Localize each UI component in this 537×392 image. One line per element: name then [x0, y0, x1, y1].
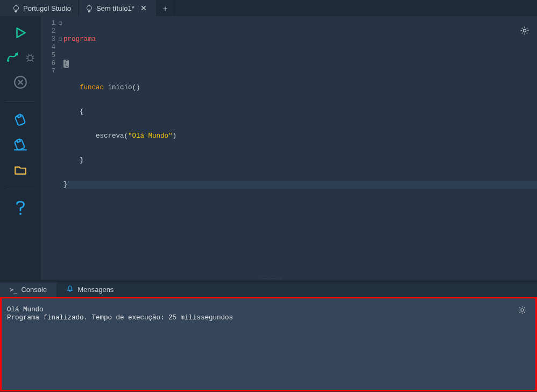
line-number: 6 [41, 60, 57, 68]
terminal-icon: >_ [10, 286, 17, 294]
svg-rect-4 [17, 115, 21, 118]
line-number: 7 [41, 68, 57, 76]
bug-icon[interactable] [24, 49, 36, 66]
workspace: 1 2 3 4 5 6 7 ⊟ ⊟ programa { funcao inic… [0, 16, 537, 280]
tab-file[interactable]: Sem título1* ✕ [79, 0, 157, 16]
parens: () [132, 84, 140, 91]
close-icon[interactable]: ✕ [139, 4, 149, 12]
svg-rect-6 [17, 139, 20, 142]
debug-step-button[interactable] [5, 49, 21, 66]
save-as-button[interactable] [12, 137, 29, 153]
console-output[interactable]: Olá Mundo Programa finalizado. Tempo de … [2, 298, 535, 390]
save-button[interactable] [12, 112, 29, 129]
tab-home[interactable]: Portugol Studio [0, 0, 79, 16]
editor-settings-button[interactable] [517, 23, 533, 39]
paren: ( [124, 132, 129, 140]
brace: } [63, 156, 84, 164]
tab-console[interactable]: >_ Console [0, 282, 56, 297]
console-line: Programa finalizado. Tempo de execução: … [7, 314, 530, 322]
tab-bar: Portugol Studio Sem título1* ✕ + [0, 0, 537, 16]
line-number: 1 [41, 19, 57, 27]
brace: } [63, 181, 68, 188]
tab-home-label: Portugol Studio [23, 4, 71, 12]
sidebar [0, 16, 41, 280]
svg-point-1 [28, 55, 32, 61]
keyword: programa [63, 35, 96, 43]
line-number: 5 [41, 52, 57, 60]
console-settings-button[interactable] [514, 302, 530, 318]
line-number: 3 [41, 35, 57, 44]
plus-icon: + [163, 4, 168, 13]
keyword: funcao [80, 84, 104, 91]
line-number: 4 [41, 44, 57, 52]
splitter-dots: ............. [260, 275, 283, 280]
code-editor[interactable]: 1 2 3 4 5 6 7 ⊟ ⊟ programa { funcao inic… [41, 16, 537, 280]
tab-messages[interactable]: Mensagens [56, 282, 123, 297]
svg-point-8 [523, 29, 526, 32]
code-area[interactable]: programa { funcao inicio() { escreva("Ol… [63, 16, 537, 280]
bell-icon [66, 285, 74, 294]
fold-toggle-icon[interactable]: ⊟ [57, 35, 63, 44]
svg-point-7 [19, 213, 22, 215]
tab-console-label: Console [21, 286, 47, 294]
svg-point-0 [7, 60, 9, 62]
console-highlight-box: Olá Mundo Programa finalizado. Tempo de … [0, 297, 537, 391]
lightbulb-icon [87, 5, 92, 11]
run-button[interactable] [12, 25, 29, 41]
sidebar-divider [6, 189, 34, 189]
lightbulb-icon [13, 5, 19, 11]
bottom-panel-tabs: >_ Console Mensagens [0, 282, 537, 297]
tab-file-label: Sem título1* [96, 4, 135, 12]
tab-messages-label: Mensagens [77, 286, 114, 294]
fold-gutter: ⊟ ⊟ [57, 16, 63, 280]
sidebar-divider [6, 101, 34, 102]
new-tab-button[interactable]: + [157, 0, 175, 16]
string-literal: "Olá Mundo" [128, 132, 173, 140]
stop-button[interactable] [12, 74, 29, 90]
help-button[interactable] [12, 200, 29, 216]
brace: { [63, 108, 84, 116]
svg-point-9 [521, 309, 524, 311]
fold-toggle-icon[interactable]: ⊟ [57, 19, 63, 27]
console-line: Olá Mundo [7, 306, 530, 314]
paren: ) [173, 132, 177, 140]
brace: { [63, 60, 69, 68]
open-folder-button[interactable] [12, 162, 29, 178]
line-gutter: 1 2 3 4 5 6 7 [41, 16, 57, 280]
identifier: inicio [104, 84, 132, 91]
line-number: 2 [41, 27, 57, 35]
identifier: escreva [63, 132, 124, 140]
